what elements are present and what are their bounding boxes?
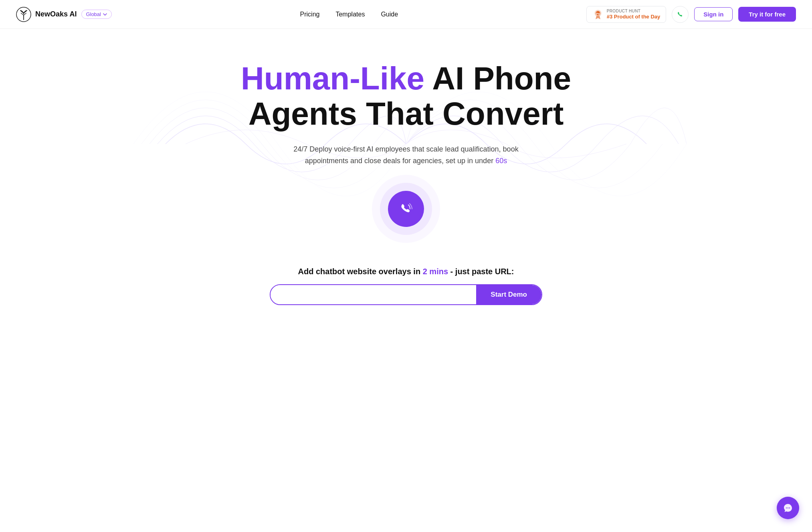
- svg-point-5: [786, 508, 787, 508]
- brand-name: NewOaks AI: [35, 10, 77, 18]
- nav-pricing[interactable]: Pricing: [300, 11, 320, 18]
- navbar: NewOaks AI Global Pricing Templates Guid…: [0, 0, 812, 29]
- cta-input-wrapper: Start Demo: [270, 284, 542, 305]
- logo[interactable]: NewOaks AI: [16, 7, 77, 22]
- hero-title: Human-Like AI Phone Agents That Convert: [226, 61, 586, 131]
- floating-chat-button[interactable]: [777, 497, 799, 519]
- hero-subtitle: 24/7 Deploy voice-first AI employees tha…: [278, 144, 534, 167]
- url-input[interactable]: [271, 285, 476, 304]
- logo-icon: [16, 7, 31, 22]
- nav-links: Pricing Templates Guide: [300, 11, 398, 18]
- product-hunt-text: PRODUCT HUNT #3 Product of the Day: [607, 9, 661, 20]
- product-hunt-medal-icon: PH: [592, 9, 604, 20]
- hero-title-highlight: Human-Like: [241, 61, 424, 96]
- cta-label-end: - just paste URL:: [448, 267, 514, 276]
- global-label: Global: [86, 11, 101, 17]
- product-hunt-badge[interactable]: PH PRODUCT HUNT #3 Product of the Day: [586, 6, 667, 23]
- phone-nav-button[interactable]: [672, 6, 689, 23]
- cta-label-accent: 2 mins: [423, 267, 448, 276]
- svg-point-6: [788, 508, 788, 508]
- nav-guide[interactable]: Guide: [381, 11, 398, 18]
- product-hunt-label: PRODUCT HUNT: [607, 9, 661, 14]
- nav-left: NewOaks AI Global: [16, 7, 112, 22]
- phone-icon: [677, 11, 684, 18]
- signin-button[interactable]: Sign in: [694, 7, 733, 21]
- hero-subtitle-accent: 60s: [495, 157, 507, 165]
- chat-icon: [783, 503, 793, 513]
- svg-text:PH: PH: [596, 12, 600, 15]
- phone-call-icon: [398, 201, 414, 217]
- cta-section: Add chatbot website overlays in 2 mins -…: [0, 259, 812, 329]
- nav-actions: PH PRODUCT HUNT #3 Product of the Day Si…: [586, 6, 796, 23]
- cta-label: Add chatbot website overlays in 2 mins -…: [16, 267, 796, 276]
- chevron-down-icon: [103, 12, 107, 17]
- phone-call-button[interactable]: [388, 191, 424, 227]
- product-hunt-rank: #3 Product of the Day: [607, 14, 661, 20]
- svg-point-7: [789, 508, 790, 508]
- hero-section: Human-Like AI Phone Agents That Convert …: [0, 29, 812, 259]
- nav-templates[interactable]: Templates: [335, 11, 365, 18]
- cta-label-main: Add chatbot website overlays in: [298, 267, 423, 276]
- start-demo-button[interactable]: Start Demo: [476, 285, 541, 304]
- try-free-button[interactable]: Try it for free: [738, 7, 796, 22]
- hero-subtitle-main: 24/7 Deploy voice-first AI employees tha…: [293, 145, 518, 165]
- global-selector[interactable]: Global: [81, 10, 112, 19]
